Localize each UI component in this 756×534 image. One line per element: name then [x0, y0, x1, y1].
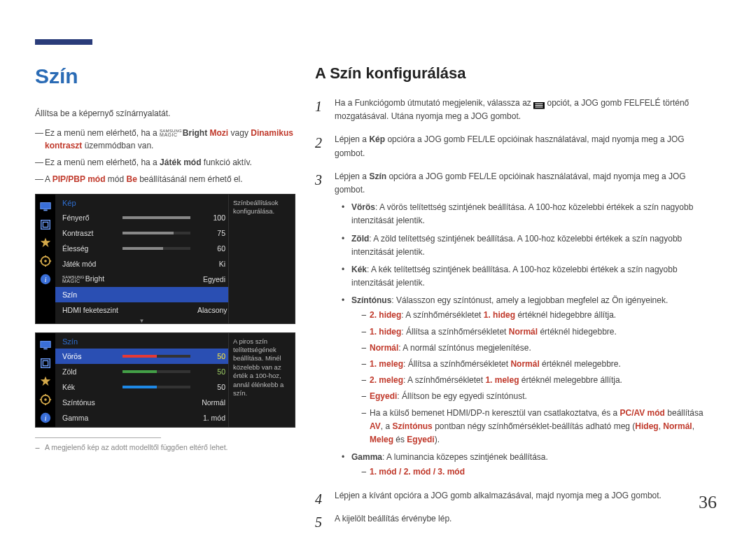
svg-text:i: i: [45, 414, 47, 421]
svg-rect-27: [536, 104, 543, 104]
osd-row-value: 50: [197, 352, 228, 360]
osd-row: SzíntónusNormál: [55, 395, 228, 410]
svg-point-6: [44, 260, 47, 262]
bullet-item: Vörös: A vörös telítettség szintjének be…: [344, 201, 710, 227]
osd-row-value: Normál: [197, 398, 228, 407]
osd-row-value: 1. mód: [197, 414, 228, 422]
svg-rect-14: [43, 348, 47, 349]
step-item: Lépjen a kívánt opcióra a JOG gomb alkal…: [315, 489, 710, 503]
osd-row-value: Alacsony: [197, 306, 228, 314]
osd-row-label: SAMSUNGMAGICBright: [62, 274, 122, 283]
osd-sidebar-icons: i: [36, 195, 55, 323]
step-item: Lépjen a Kép opcióra a JOG gomb FEL/LE o…: [315, 133, 710, 160]
svg-rect-15: [41, 358, 50, 367]
osd-slider: [122, 232, 190, 234]
osd-row-label: Színtónus: [62, 398, 122, 407]
osd-header: Szín: [55, 333, 228, 349]
footnote: A megjelenő kép az adott modelltől függő…: [35, 442, 294, 453]
osd-row: Élesség60: [55, 241, 228, 256]
svg-rect-16: [43, 360, 48, 365]
osd-row: HDMI feketeszintAlacsony: [55, 302, 228, 318]
osd-menu-szin: i Szín Vörös50Zöld50Kék50SzíntónusNormál…: [35, 332, 295, 428]
svg-rect-13: [41, 341, 50, 347]
osd-row-value: 75: [197, 229, 228, 237]
note-item: Ez a menü nem elérhető, ha a SAMSUNGMAGI…: [35, 127, 294, 152]
bullet-item: Színtónus: Válasszon egy színtónust, ame…: [344, 294, 710, 447]
sub-item: 1. mód / 2. mód / 3. mód: [361, 465, 710, 479]
monitor-icon: [36, 336, 55, 354]
osd-row-label: Vörös: [62, 352, 122, 360]
osd-scroll-arrow: ▼: [55, 318, 228, 323]
osd-slider: [122, 386, 190, 388]
osd-row-label: Gamma: [62, 414, 122, 422]
page-number: 36: [699, 492, 717, 513]
osd-row-label: Zöld: [62, 367, 122, 376]
osd-row-value: 50: [197, 383, 228, 391]
osd-row-label: Szín: [62, 290, 122, 299]
osd-row-label: Játék mód: [62, 260, 122, 268]
info-icon: i: [36, 270, 55, 288]
osd-slider: [122, 216, 190, 219]
osd-row: Szín: [55, 287, 228, 302]
page-title: Szín: [35, 64, 294, 88]
osd-row-label: Kontraszt: [62, 229, 122, 237]
svg-rect-0: [41, 202, 50, 209]
osd-menu-kep: i Kép Fényerő100Kontraszt75Élesség60Játé…: [35, 194, 295, 324]
left-column: Szín Állítsa be a képernyő színárnyalatá…: [35, 64, 315, 534]
intro-text: Állítsa be a képernyő színárnyalatát.: [35, 108, 294, 120]
sub-list: 1. mód / 2. mód / 3. mód: [351, 465, 710, 479]
sub-item: Normál: A normál színtónus megjelenítése…: [361, 342, 710, 355]
osd-row: Fényerő100: [55, 210, 228, 225]
pip-icon: [36, 216, 55, 234]
osd-row: Gamma1. mód: [55, 410, 228, 426]
bullet-list: Vörös: A vörös telítettség szintjének be…: [335, 201, 710, 479]
sub-list: 2. hideg: A színhőmérsékletet 1. hideg é…: [351, 309, 710, 447]
svg-rect-2: [41, 220, 50, 229]
sub-item: 1. meleg: Állítsa a színhőmérsékletet No…: [361, 358, 710, 371]
osd-row: Kék50: [55, 379, 228, 395]
bullet-item: Kék: A kék telítettség szintjének beállí…: [344, 263, 710, 290]
footnote-rule: [35, 437, 161, 438]
section-title: A Szín konfigurálása: [315, 64, 710, 83]
bullet-item: Zöld: A zöld telítettség szintjének beál…: [344, 232, 710, 259]
step-item: Lépjen a Szín opcióra a JOG gomb FEL/LE …: [315, 170, 710, 479]
osd-help-text: A piros szín telítettségének beállítása.…: [228, 333, 295, 427]
gear-icon: [36, 252, 55, 270]
osd-sidebar-icons: i: [36, 333, 55, 427]
svg-text:i: i: [45, 275, 47, 283]
osd-slider: [122, 247, 190, 250]
notes-list: Ez a menü nem elérhető, ha a SAMSUNGMAGI…: [35, 127, 294, 185]
sub-item: Egyedi: Állítson be egy egyedi színtónus…: [361, 390, 710, 403]
star-icon: [36, 234, 55, 252]
steps-list: Ha a Funkciógomb útmutató megjelenik, vá…: [315, 97, 710, 526]
svg-rect-1: [43, 209, 47, 211]
osd-row-value: 60: [197, 244, 228, 253]
svg-rect-3: [43, 222, 48, 227]
osd-header: Kép: [55, 195, 228, 210]
pip-icon: [36, 354, 55, 372]
osd-row-value: 50: [197, 367, 228, 376]
osd-slider: [122, 355, 190, 358]
menu-icon: [533, 100, 545, 107]
osd-row: Kontraszt75: [55, 225, 228, 241]
osd-row-value: 100: [197, 213, 228, 222]
osd-row-value: Egyedi: [197, 275, 228, 283]
note-item: Ez a menü nem elérhető, ha a Játék mód f…: [35, 156, 294, 169]
osd-row-value: Ki: [197, 260, 228, 268]
sub-item: 1. hideg: Állítsa a színhőmérsékletet No…: [361, 325, 710, 339]
bullet-item: Gamma: A luminancia közepes szintjének b…: [344, 451, 710, 479]
step-item: Ha a Funkciógomb útmutató megjelenik, vá…: [315, 97, 710, 123]
info-icon: i: [36, 409, 55, 427]
osd-row-label: Kék: [62, 383, 122, 391]
svg-marker-17: [41, 377, 50, 386]
osd-row: Vörös50: [55, 349, 228, 364]
osd-row: Játék módKi: [55, 256, 228, 272]
osd-row-label: Fényerő: [62, 213, 122, 222]
osd-slider: [122, 370, 190, 373]
osd-row-label: HDMI feketeszint: [62, 306, 122, 314]
note-item: A PIP/PBP mód mód Be beállításánál nem é…: [35, 173, 294, 185]
osd-row-label: Élesség: [62, 244, 122, 253]
osd-row: Zöld50: [55, 364, 228, 379]
svg-marker-4: [41, 238, 50, 248]
header-accent-bar: [35, 39, 92, 45]
